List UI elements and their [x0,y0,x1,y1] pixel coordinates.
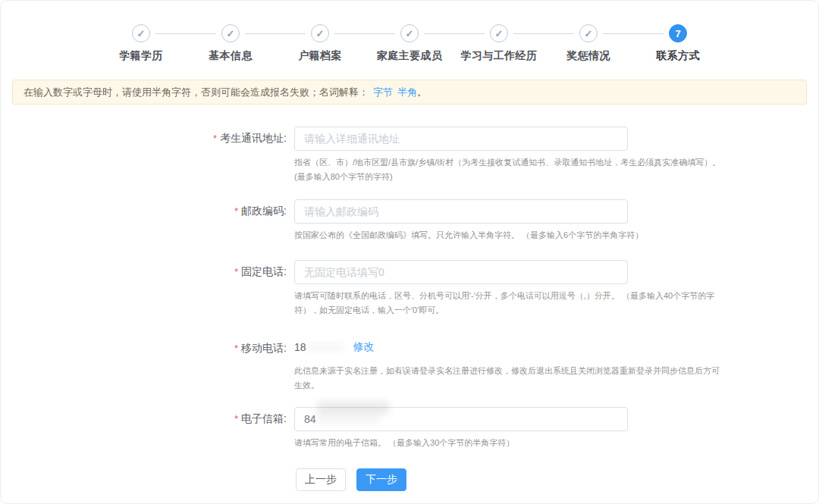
step-huji-dangan[interactable]: ✓ 户籍档案 [275,24,365,61]
step-label: 学籍学历 [119,49,163,61]
postcode-input[interactable] [294,199,628,224]
mobile-number-value: 18 [294,341,306,353]
notice-text: 在输入数字或字母时，请使用半角字符，否则可能会造成报名失败；名词解释： [24,86,369,99]
required-mark: * [234,266,238,277]
field-label-email: *电子信箱: [0,407,287,450]
step-jiangcheng[interactable]: ✓ 奖惩情况 [544,24,633,61]
required-mark: * [213,133,217,144]
step-check-icon: ✓ [490,24,508,42]
notice-suffix: 。 [417,86,427,99]
field-label-mobile: *移动电话: [0,340,287,393]
step-check-icon: ✓ [311,24,329,42]
mobile-edit-link[interactable]: 修改 [353,340,375,354]
step-label: 奖惩情况 [566,49,610,61]
landline-help-text: 请填写可随时联系的电话，区号、分机号可以用'-'分开，多个电话可以用逗号（,）分… [294,289,795,318]
address-help-text: 指省（区、市）/地市区盟/县市旗/乡镇/街村（为考生接收复试通知书、录取通知书地… [294,155,795,184]
form-actions: 上一步 下一步 [296,468,819,491]
mobile-help-text: 此信息来源于实名注册，如有误请登录实名注册进行修改，修改后退出系统且关闭浏览器重… [294,364,795,393]
field-label-address: *考生通讯地址: [0,127,287,184]
step-check-icon: ✓ [132,24,150,42]
field-label-postcode: *邮政编码: [0,199,287,243]
step-lianxi-fangshi[interactable]: 7 联系方式 [633,24,723,61]
email-help-text: 请填写常用的电子信箱。 （最多输入30个字节的半角字符） [294,436,795,450]
step-check-icon: ✓ [221,24,240,42]
step-xuexi-gongzuo[interactable]: ✓ 学习与工作经历 [454,24,544,61]
landline-input[interactable] [294,260,628,284]
progress-stepper: ✓ 学籍学历 ✓ 基本信息 ✓ 户籍档案 ✓ 家庭主要成员 ✓ 学习与工作经历 … [0,0,819,61]
step-number-badge: 7 [669,24,687,42]
field-row-mobile: *移动电话: 18 修改 此信息来源于实名注册，如有误请登录实名注册进行修改，修… [0,340,819,393]
mobile-number-redaction [308,343,344,352]
required-mark: * [234,343,238,354]
glossary-link-halfwidth[interactable]: 半角 [397,86,417,99]
step-label: 学习与工作经历 [461,49,538,61]
step-jiating-chengyuan[interactable]: ✓ 家庭主要成员 [365,24,454,61]
step-check-icon: ✓ [400,24,419,42]
step-jiben-xinxi[interactable]: ✓ 基本信息 [186,24,275,61]
field-row-email: *电子信箱: 请填写常用的电子信箱。 （最多输入30个字节的半角字符） [0,407,819,450]
step-label: 联系方式 [656,49,700,61]
step-label: 基本信息 [209,49,253,61]
field-row-postcode: *邮政编码: 按国家公布的《全国邮政编码》填写。只允许输入半角字符。 （最多输入… [0,199,819,243]
address-input[interactable] [294,127,628,151]
required-mark: * [234,205,238,217]
field-row-address: *考生通讯地址: 指省（区、市）/地市区盟/县市旗/乡镇/街村（为考生接收复试通… [0,127,819,184]
email-input[interactable] [294,407,628,431]
step-check-icon: ✓ [579,24,598,42]
previous-step-button[interactable]: 上一步 [296,468,346,491]
step-label: 户籍档案 [298,49,342,61]
step-xueji-xueli[interactable]: ✓ 学籍学历 [96,24,186,61]
required-mark: * [234,413,238,424]
contact-form: *考生通讯地址: 指省（区、市）/地市区盟/县市旗/乡镇/街村（为考生接收复试通… [0,127,819,491]
next-step-button[interactable]: 下一步 [356,468,406,491]
glossary-link-byte[interactable]: 字节 [373,86,393,99]
halfwidth-warning-banner: 在输入数字或字母时，请使用半角字符，否则可能会造成报名失败；名词解释： 字节 半… [12,80,807,105]
field-row-landline: *固定电话: 请填写可随时联系的电话，区号、分机号可以用'-'分开，多个电话可以… [0,260,819,318]
postcode-help-text: 按国家公布的《全国邮政编码》填写。只允许输入半角字符。 （最多输入6个字节的半角… [294,228,795,243]
field-label-landline: *固定电话: [0,260,287,318]
step-label: 家庭主要成员 [377,49,442,61]
